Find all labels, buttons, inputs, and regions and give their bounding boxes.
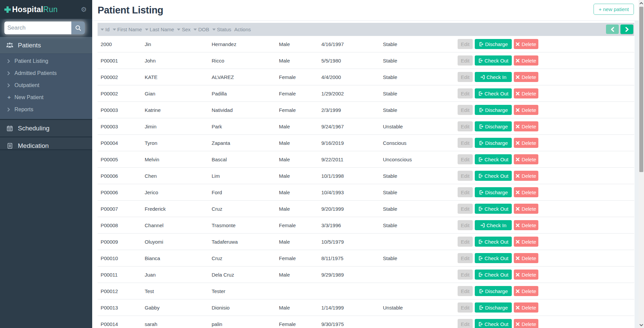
patient-action-button[interactable]: Check In	[475, 72, 512, 82]
scroll-up-arrow-icon[interactable]	[639, 0, 644, 6]
cell-last-name: Ricco	[209, 58, 276, 64]
cell-sex: Female	[276, 222, 318, 228]
edit-button[interactable]: Edit	[458, 171, 473, 181]
edit-button[interactable]: Edit	[458, 105, 473, 115]
delete-button[interactable]: Delete	[514, 220, 538, 230]
patient-action-button[interactable]: Check Out	[475, 88, 512, 98]
cell-actions: Edit Discharge	[457, 286, 634, 296]
patient-action-button[interactable]: Check Out	[475, 270, 512, 280]
edit-button[interactable]: Edit	[458, 88, 473, 98]
delete-button[interactable]: Delete	[514, 270, 538, 280]
sidebar-item-patients[interactable]: Patients	[0, 37, 92, 53]
patient-action-button[interactable]: Discharge	[475, 121, 512, 131]
scroll-down-arrow-icon[interactable]	[639, 322, 644, 328]
cell-first-name: sarah	[142, 321, 209, 327]
prev-page-button[interactable]	[606, 25, 619, 34]
edit-button[interactable]: Edit	[458, 204, 473, 214]
sidebar-item-label: Scheduling	[18, 125, 49, 132]
chevron-right-icon	[7, 108, 11, 112]
edit-button[interactable]: Edit	[458, 55, 473, 66]
cell-status: Stable	[380, 206, 457, 212]
edit-button[interactable]: Edit	[458, 39, 473, 49]
cell-sex: Male	[276, 305, 318, 311]
patient-action-button[interactable]: Check Out	[475, 154, 512, 164]
patient-action-button[interactable]: Discharge	[475, 105, 512, 115]
cell-last-name: Lim	[209, 173, 276, 179]
patient-action-button[interactable]: Check Out	[475, 237, 512, 247]
column-header[interactable]: Last Name	[142, 27, 174, 32]
x-icon	[516, 158, 520, 161]
settings-gear-icon[interactable]: ⚙	[81, 6, 87, 13]
patient-action-button[interactable]: Check Out	[475, 55, 512, 66]
delete-button[interactable]: Delete	[514, 154, 538, 164]
edit-button[interactable]: Edit	[458, 237, 473, 247]
patients-submenu-item[interactable]: + New Patient	[0, 91, 92, 104]
edit-button[interactable]: Edit	[458, 121, 473, 131]
patient-action-button[interactable]: Discharge	[475, 187, 512, 197]
patient-action-button[interactable]: Check Out	[475, 319, 512, 328]
patient-action-button[interactable]: Check Out	[475, 171, 512, 181]
submenu-item-label: Patient Listing	[14, 58, 48, 64]
patients-submenu-item[interactable]: Outpatient	[0, 79, 92, 91]
column-header[interactable]: DOB	[190, 27, 209, 32]
patients-submenu-item[interactable]: Patient Listing	[0, 55, 92, 67]
edit-button[interactable]: Edit	[458, 220, 473, 230]
next-page-button[interactable]	[620, 25, 633, 34]
patient-action-button[interactable]: Discharge	[475, 138, 512, 148]
cell-actions: Edit Check Out	[457, 171, 634, 181]
delete-button[interactable]: Delete	[514, 171, 538, 181]
patient-action-button[interactable]: Check Out	[475, 253, 512, 263]
delete-button[interactable]: Delete	[514, 253, 538, 263]
delete-button-label: Delete	[522, 41, 536, 47]
delete-button[interactable]: Delete	[514, 286, 538, 296]
patient-row: 2000 Jin Hernandez Male 4/16/1997 Stable…	[98, 36, 634, 52]
action-button-label: Check Out	[485, 255, 508, 261]
edit-button[interactable]: Edit	[458, 154, 473, 164]
patient-action-button[interactable]: Check Out	[475, 204, 512, 214]
edit-button[interactable]: Edit	[458, 286, 473, 296]
delete-button[interactable]: Delete	[514, 39, 538, 49]
search-input[interactable]	[4, 22, 71, 34]
delete-button[interactable]: Delete	[514, 88, 538, 98]
delete-button-label: Delete	[522, 173, 536, 179]
patient-action-button[interactable]: Discharge	[475, 302, 512, 313]
delete-button[interactable]: Delete	[514, 237, 538, 247]
cell-id: P00002	[98, 74, 142, 80]
delete-button[interactable]: Delete	[514, 187, 538, 197]
edit-button[interactable]: Edit	[458, 270, 473, 280]
patient-action-button[interactable]: Check In	[475, 220, 512, 230]
column-header[interactable]: Id	[98, 27, 110, 32]
edit-button[interactable]: Edit	[458, 138, 473, 148]
sidebar-item-scheduling[interactable]: Scheduling	[0, 119, 92, 136]
column-header[interactable]: Status	[209, 27, 231, 32]
edit-button[interactable]: Edit	[458, 302, 473, 313]
vertical-scrollbar[interactable]	[639, 0, 644, 328]
action-button-label: Discharge	[485, 41, 508, 47]
patient-action-button[interactable]: Discharge	[475, 39, 512, 49]
delete-button[interactable]: Delete	[514, 138, 538, 148]
patients-submenu-item[interactable]: Reports	[0, 104, 92, 116]
column-header[interactable]: Sex	[174, 27, 190, 32]
delete-button[interactable]: Delete	[514, 302, 538, 313]
patients-submenu-item[interactable]: Admitted Patients	[0, 67, 92, 79]
column-header[interactable]: Actions	[231, 27, 251, 32]
edit-button[interactable]: Edit	[458, 319, 473, 328]
cell-sex: Male	[276, 239, 318, 245]
edit-button[interactable]: Edit	[458, 72, 473, 82]
edit-button[interactable]: Edit	[458, 187, 473, 197]
x-icon	[516, 207, 520, 211]
delete-button[interactable]: Delete	[514, 55, 538, 66]
delete-button[interactable]: Delete	[514, 204, 538, 214]
x-icon	[516, 322, 520, 326]
edit-button[interactable]: Edit	[458, 253, 473, 263]
scrollbar-thumb[interactable]	[639, 7, 643, 172]
delete-button[interactable]: Delete	[514, 72, 538, 82]
delete-button[interactable]: Delete	[514, 121, 538, 131]
delete-button[interactable]: Delete	[514, 105, 538, 115]
patient-action-button[interactable]: Discharge	[475, 286, 512, 296]
cell-dob: 3/3/1996	[318, 222, 380, 228]
delete-button[interactable]: Delete	[514, 319, 538, 328]
column-header[interactable]: First Name	[110, 27, 142, 32]
search-button[interactable]	[71, 22, 85, 34]
new-patient-button[interactable]: + new patient	[594, 4, 634, 15]
